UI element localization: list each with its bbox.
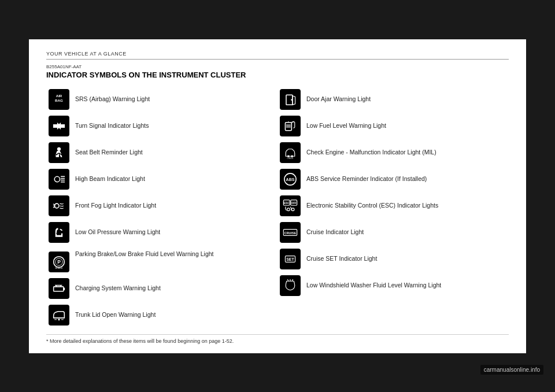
icon-low-fuel [280,116,301,136]
icon-oil-pressure [49,222,69,243]
label-esc: Electronic Stability Control (ESC) Indic… [306,202,438,210]
svg-text:ABS: ABS [286,177,295,182]
label-cruise: Cruise Indicator Light [306,228,364,236]
indicator-cruise: CRUISE Cruise Indicator Light [278,219,509,246]
svg-rect-21 [61,233,62,236]
svg-rect-8 [51,171,67,187]
indicator-oil-pressure: Low Oil Pressure Warning Light [46,219,278,246]
label-turn-signal: Turn Signal Indicator Lights [75,122,149,130]
indicator-abs: ABS ABS Service Reminder Indicator (If I… [278,166,509,193]
svg-point-36 [58,319,60,320]
svg-text:CRUISE: CRUISE [284,231,297,235]
icon-parking-brake: P BRAKE [49,252,69,272]
indicator-door-ajar: Door Ajar Warning Light [278,86,509,113]
main-page: YOUR VEHICLE AT A GLANCE B255A01NF-AAT I… [29,39,526,353]
label-seatbelt: Seat Belt Reminder Light [75,149,143,157]
svg-rect-20 [57,235,61,236]
label-door-ajar: Door Ajar Warning Light [306,95,371,103]
indicator-washer-fluid: Low Windshield Washer Fluid Level Warnin… [278,272,509,299]
icon-airbag: AIR BAG [49,89,69,110]
section-title: INDICATOR SYMBOLS ON THE INSTRUMENT CLUS… [46,71,509,79]
icon-cruise: CRUISE [280,222,301,243]
label-srs: SRS (Airbag) Warning Light [75,95,150,103]
icon-high-beam [49,169,69,190]
svg-point-41 [291,99,292,100]
indicator-seatbelt: Seat Belt Reminder Light [46,139,278,166]
svg-point-7 [57,147,61,150]
indicator-srs: AIR BAG SRS (Airbag) Warning Light [46,86,278,113]
icon-washer-fluid [280,275,301,296]
indicator-parking-brake: P BRAKE Parking Brake/Low Brake Fluid Le… [46,246,278,275]
icon-esc: ESC OFF [280,195,301,216]
indicator-charging: Charging System Warning Light [46,275,278,302]
svg-text:BRAKE: BRAKE [55,266,63,269]
svg-rect-44 [286,124,291,127]
icon-check-engine: CHECK [280,142,301,163]
indicator-high-beam: High Beam Indicator Light [46,166,278,193]
label-low-fuel: Low Fuel Level Warning Light [306,122,386,130]
svg-text:OFF: OFF [291,201,297,204]
indicators-grid: AIR BAG SRS (Airbag) Warning Light Turn … [46,86,509,328]
indicator-low-fuel: Low Fuel Level Warning Light [278,113,509,139]
label-abs: ABS Service Reminder Indicator (If Insta… [306,175,427,183]
svg-text:SET: SET [286,257,294,261]
svg-point-22 [56,232,58,234]
label-charging: Charging System Warning Light [75,284,161,293]
right-column: Door Ajar Warning Light Low Fuel Level W… [278,86,509,328]
indicator-turn-signal: Turn Signal Indicator Lights [46,113,278,139]
label-parking-brake: Parking Brake/Low Brake Fluid Level Warn… [75,250,213,258]
footer-note: * More detailed explanations of these it… [46,334,509,344]
svg-text:ESC: ESC [284,201,290,204]
svg-rect-19 [51,224,67,241]
icon-cruise-set: SET [280,249,301,269]
icon-abs: ABS [280,169,301,190]
indicator-esc: ESC OFF Electronic Stability Control (ES… [278,193,509,219]
section-code: B255A01NF-AAT [46,64,509,69]
svg-text:BAG: BAG [55,98,63,102]
label-cruise-set: Cruise SET Indicator Light [306,255,377,263]
label-check-engine: Check Engine - Malfunction Indicator Lig… [306,149,436,157]
label-washer-fluid: Low Windshield Washer Fluid Level Warnin… [306,282,441,290]
indicator-check-engine: CHECK Check Engine - Malfunction Indicat… [278,139,509,166]
label-high-beam: High Beam Indicator Light [75,175,145,183]
label-fog-light: Front Fog Light Indicator Light [75,202,156,210]
svg-text:P: P [57,259,61,265]
indicator-fog-light: Front Fog Light Indicator Light [46,193,278,219]
icon-fog-light [49,195,69,216]
icon-charging [49,278,69,299]
label-trunk-lid: Trunk Lid Open Warning Light [75,311,156,319]
section-header: YOUR VEHICLE AT A GLANCE [46,51,509,60]
icon-trunk-lid [49,305,69,326]
svg-text:CHECK: CHECK [287,157,294,159]
svg-rect-30 [64,287,65,290]
watermark: carmanualsonline.info [480,365,543,375]
label-oil-pressure: Low Oil Pressure Warning Light [75,228,160,236]
left-column: AIR BAG SRS (Airbag) Warning Light Turn … [46,86,278,328]
indicator-trunk-lid: Trunk Lid Open Warning Light [46,302,278,328]
icon-seatbelt [49,142,69,163]
indicator-cruise-set: SET Cruise SET Indicator Light [278,246,509,272]
icon-door-ajar [280,89,301,110]
icon-turn-signal [49,116,69,136]
svg-text:AIR: AIR [56,94,62,98]
